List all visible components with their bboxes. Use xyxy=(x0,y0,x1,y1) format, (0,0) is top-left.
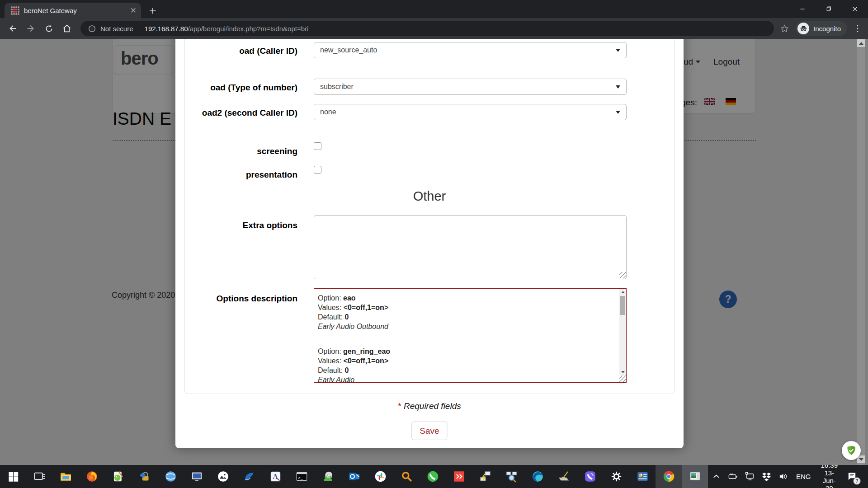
browser-titlebar: beroNet Gateway ✕ xyxy=(0,0,868,18)
taskbar-firefox-icon[interactable] xyxy=(79,465,105,488)
options-description-label: Options description xyxy=(175,288,297,304)
screen: beroNet Gateway ✕ xyxy=(0,0,868,488)
taskbar-explorer-icon[interactable] xyxy=(52,465,79,488)
form-row: oad (Type of number) subscriber xyxy=(175,79,684,95)
oad2-select[interactable]: none xyxy=(314,104,627,120)
taskbar-winscp-icon[interactable] xyxy=(131,465,157,488)
notification-count-badge: 7 xyxy=(853,477,861,485)
oad-caller-id-label: oad (Caller ID) xyxy=(175,42,297,56)
url-path: /app/berogui/index.php?m=Isdn&opt=bri xyxy=(188,25,308,33)
taskbar-settings-icon[interactable] xyxy=(603,465,629,488)
required-text: Required fields xyxy=(404,401,461,411)
close-button[interactable] xyxy=(842,0,868,18)
taskbar-active-window-icon[interactable] xyxy=(682,465,708,488)
browser-tab[interactable]: beroNet Gateway ✕ xyxy=(5,3,141,18)
system-tray: ENG 16:3913-Jun-20 7 xyxy=(708,465,868,488)
taskbar-start-icon[interactable] xyxy=(0,465,26,488)
bookmark-star-icon[interactable] xyxy=(777,21,792,36)
address-bar[interactable]: Not secure 192.168.87.80/app/berogui/ind… xyxy=(80,21,774,36)
site-info-icon[interactable] xyxy=(88,24,96,33)
taskbar-ip-scanner-icon[interactable] xyxy=(498,465,524,488)
minimize-button[interactable] xyxy=(789,0,816,18)
taskbar-apps: A>_ xyxy=(0,465,708,488)
dropbox-icon[interactable] xyxy=(758,465,775,488)
taskbar-taskview-icon[interactable] xyxy=(26,465,52,488)
page-viewport: bero ud Logout ges: ISDN E Copyright © 2… xyxy=(0,39,868,465)
description-scrollbar[interactable] xyxy=(619,289,626,375)
taskbar-cmd-icon[interactable]: >_ xyxy=(288,465,315,488)
taskbar-cd-burner-icon[interactable] xyxy=(315,465,341,488)
taskbar-rdp-icon[interactable] xyxy=(184,465,210,488)
oad-caller-id-select[interactable]: new_source_auto xyxy=(314,42,627,58)
oad-type-label: oad (Type of number) xyxy=(175,79,297,93)
taskbar-search-tool-icon[interactable] xyxy=(393,465,420,488)
action-center-icon[interactable]: 7 xyxy=(843,465,863,488)
taskbar-photos-icon[interactable] xyxy=(210,465,236,488)
scroll-up-icon[interactable] xyxy=(857,39,865,47)
taskbar-anydesk-icon[interactable] xyxy=(446,465,472,488)
new-tab-button[interactable] xyxy=(146,5,159,17)
isdn-settings-modal: oad (Caller ID) new_source_auto oad (Typ… xyxy=(175,39,684,448)
reload-button[interactable] xyxy=(40,20,57,37)
resize-grip-icon[interactable] xyxy=(619,272,626,278)
battery-icon[interactable] xyxy=(725,465,741,488)
not-secure-label: Not secure xyxy=(100,25,133,33)
resize-grip-icon[interactable] xyxy=(619,375,626,382)
form-row: presentation xyxy=(175,163,684,180)
taskbar-slack-icon[interactable] xyxy=(367,465,393,488)
taskbar-wireshark-icon[interactable] xyxy=(236,465,262,488)
taskbar-winbox-icon[interactable] xyxy=(157,465,184,488)
language-indicator[interactable]: ENG xyxy=(792,465,816,488)
required-fields-note: * Required fields xyxy=(175,401,684,411)
taskbar-outlook-icon[interactable] xyxy=(341,465,367,488)
form-row: oad2 (second Caller ID) none xyxy=(175,104,684,120)
form-row: screening xyxy=(175,139,684,156)
page-scrollbar[interactable] xyxy=(857,39,865,465)
required-asterisk: * xyxy=(398,401,401,411)
taskbar-perf-monitor-icon[interactable] xyxy=(629,465,656,488)
tray-date: 13-Jun-20 xyxy=(820,469,839,488)
scrollbar-thumb[interactable] xyxy=(620,296,625,315)
extra-options-textarea[interactable] xyxy=(314,215,627,279)
clock[interactable]: 16:3913-Jun-20 xyxy=(816,465,843,488)
network-icon[interactable] xyxy=(741,465,758,488)
options-description-text: Option: eaoValues: <0=off,1=on>Default: … xyxy=(318,293,616,383)
taskbar-edge-icon[interactable] xyxy=(524,465,551,488)
oad-type-select[interactable]: subscriber xyxy=(314,79,627,95)
incognito-badge: Incognito xyxy=(796,21,847,36)
select-chevron-icon xyxy=(616,49,620,52)
tray-expand-chevron-icon[interactable] xyxy=(708,465,725,488)
options-description-textarea[interactable]: Option: eaoValues: <0=off,1=on>Default: … xyxy=(314,288,627,383)
taskbar-chrome-icon[interactable] xyxy=(656,465,682,488)
forward-button[interactable] xyxy=(22,20,39,37)
taskbar-phone-app-icon[interactable] xyxy=(420,465,446,488)
taskbar-ccleaner-icon[interactable] xyxy=(551,465,577,488)
incognito-label: Incognito xyxy=(813,25,841,33)
save-button[interactable]: Save xyxy=(411,422,447,440)
home-button[interactable] xyxy=(58,20,75,37)
oad2-value: none xyxy=(320,108,336,116)
scroll-up-icon[interactable] xyxy=(619,289,626,296)
taskbar-notepadpp-icon[interactable] xyxy=(105,465,131,488)
beronet-favicon xyxy=(11,6,19,15)
form-row: Extra options xyxy=(175,215,684,279)
back-button[interactable] xyxy=(4,20,21,37)
scroll-down-icon[interactable] xyxy=(619,369,626,375)
taskbar-editor-a-icon[interactable]: A xyxy=(262,465,288,488)
url-host: 192.168.87.80 xyxy=(145,25,188,33)
browser-menu-icon[interactable]: ⋮ xyxy=(851,20,864,37)
taskbar-remote-pc-icon[interactable] xyxy=(472,465,498,488)
section-heading-other: Other xyxy=(175,189,684,204)
taskbar-viber-icon[interactable] xyxy=(577,465,603,488)
volume-icon[interactable] xyxy=(775,465,792,488)
presentation-checkbox[interactable] xyxy=(314,166,321,174)
adguard-shield-icon[interactable] xyxy=(842,441,861,460)
screening-label: screening xyxy=(175,139,297,156)
extra-options-label: Extra options xyxy=(175,215,297,230)
tab-title: beroNet Gateway xyxy=(24,7,130,14)
screening-checkbox[interactable] xyxy=(314,142,321,150)
select-chevron-icon xyxy=(616,85,620,89)
restore-button[interactable] xyxy=(816,0,842,18)
form-row: oad (Caller ID) new_source_auto xyxy=(175,42,684,58)
tab-close-icon[interactable]: ✕ xyxy=(130,7,137,14)
